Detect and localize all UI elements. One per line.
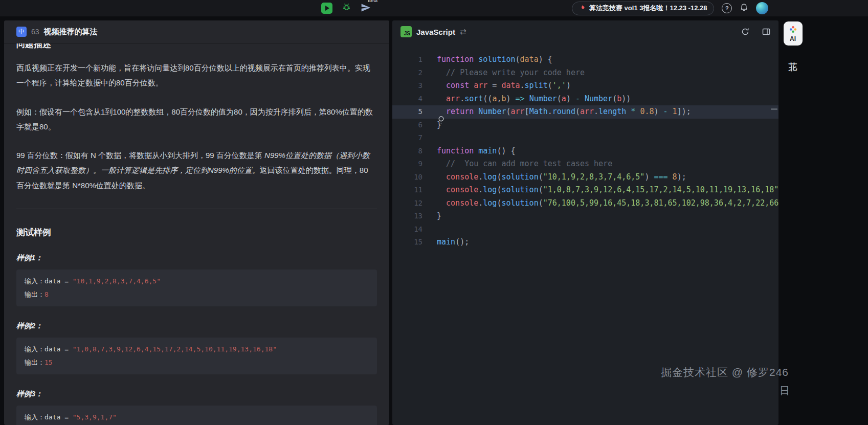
ai-label: AI (790, 36, 796, 42)
lightbulb-icon[interactable] (438, 116, 444, 126)
fire-icon (579, 4, 586, 13)
line-number: 10 (392, 171, 422, 184)
contest-banner[interactable]: 算法竞技赛 vol1 3报名啦！12.23 -12.28 (572, 2, 714, 15)
problem-paragraph: 99 百分位数：假如有 N 个数据，将数据从小到大排列，99 百分位数是第 N9… (16, 148, 377, 193)
problem-id: 63 (31, 28, 39, 36)
code-line[interactable]: 7 (392, 131, 778, 145)
javascript-icon: JS (400, 26, 412, 37)
problem-paragraph: 例如：假设有一个包含从1到100的整数数组，80百分位数的值为80，因为按升序排… (16, 104, 377, 135)
code-line[interactable]: 15main(); (392, 236, 778, 249)
problem-header: 中 63 视频推荐的算法 (4, 20, 389, 43)
code-editor[interactable]: 1function solution(data) {2 // Please wr… (392, 43, 778, 425)
question-icon: ? (725, 5, 729, 11)
avatar[interactable] (756, 2, 768, 14)
help-button[interactable]: ? (722, 3, 732, 13)
line-number: 1 (392, 53, 422, 66)
notifications-button[interactable] (740, 3, 748, 13)
code-line[interactable]: 14 (392, 223, 778, 236)
share-button[interactable]: Beta (361, 3, 371, 14)
code-line[interactable]: 11 console.log(solution("1,0,8,7,3,9,12,… (392, 184, 778, 197)
reset-code-button[interactable] (741, 28, 749, 36)
code-line[interactable]: 10 console.log(solution("10,1,9,2,8,3,7,… (392, 171, 778, 184)
sample-label: 样例3： (16, 389, 377, 399)
topbar-actions: Beta (321, 0, 371, 16)
code-line[interactable]: 12 console.log(solution("76,100,5,99,16,… (392, 197, 778, 210)
topbar: Beta 算法竞技赛 vol1 3报名啦！12.23 -12.28 ? (0, 0, 868, 16)
line-number: 6 (392, 119, 422, 132)
problem-body[interactable]: 问题描述 西瓜视频正在开发一个新功能，旨在将访问量达到80百分位数以上的视频展示… (4, 43, 389, 425)
line-number: 8 (392, 145, 422, 158)
problem-panel: 中 63 视频推荐的算法 问题描述 西瓜视频正在开发一个新功能，旨在将访问量达到… (4, 20, 389, 425)
line-number: 2 (392, 66, 422, 80)
code-lines: 1function solution(data) {2 // Please wr… (392, 53, 778, 249)
line-number: 14 (392, 223, 422, 236)
code-line[interactable]: 2 // Please write your code here (392, 66, 778, 80)
topbar-right: 算法竞技赛 vol1 3报名啦！12.23 -12.28 ? (572, 0, 768, 16)
debug-button[interactable] (342, 3, 351, 14)
overview-ruler-mark (771, 108, 777, 110)
line-number: 5 (392, 105, 422, 119)
beta-badge: Beta (368, 0, 377, 3)
paper-plane-icon (361, 3, 371, 14)
editor-header: JS JavaScript ⇄ (392, 20, 778, 43)
split-view-button[interactable] (762, 28, 770, 36)
divider (16, 209, 377, 209)
editor-panel: JS JavaScript ⇄ 1function solution(data)… (392, 20, 778, 425)
sample-label: 样例2： (16, 321, 377, 331)
line-number: 4 (392, 93, 422, 106)
problem-title: 视频推荐的算法 (44, 27, 98, 37)
code-line[interactable]: 5 return Number(arr[Math.round(arr.lengt… (392, 105, 778, 119)
line-number: 12 (392, 197, 422, 210)
code-line[interactable]: 4 arr.sort((a,b) => Number(a) - Number(b… (392, 93, 778, 106)
sample-code-block: 输入：data = "10,1,9,2,8,3,7,4,6,5" 输出：8 (16, 270, 377, 306)
switch-language-icon[interactable]: ⇄ (460, 27, 466, 36)
page: Beta 算法竞技赛 vol1 3报名啦！12.23 -12.28 ? (0, 0, 868, 425)
difficulty-badge: 中 (16, 27, 27, 37)
bell-icon (740, 3, 748, 13)
run-button[interactable] (321, 3, 332, 14)
sample-label: 样例1： (16, 253, 377, 263)
line-number: 7 (392, 131, 422, 145)
ai-assistant-button[interactable]: AI (784, 21, 803, 46)
line-number: 11 (392, 184, 422, 197)
code-line[interactable]: 9 // You can add more test cases here (392, 158, 778, 171)
line-number: 9 (392, 158, 422, 171)
line-number: 15 (392, 236, 422, 249)
code-line[interactable]: 8function main() { (392, 145, 778, 158)
code-line[interactable]: 1function solution(data) { (392, 53, 778, 66)
code-line[interactable]: 3 const arr = data.split(',') (392, 79, 778, 93)
right-toolbar: AI 苝 (782, 21, 804, 74)
section-heading-samples: 测试样例 (16, 227, 377, 238)
contest-banner-text: 算法竞技赛 vol1 3报名啦！12.23 -12.28 (589, 4, 707, 13)
problem-paragraph: 西瓜视频正在开发一个新功能，旨在将访问量达到80百分位数以上的视频展示在首页的推… (16, 60, 377, 91)
bug-icon (342, 3, 351, 14)
sample-code-block: 输入：data = "1,0,8,7,3,9,12,6,4,15,17,2,14… (16, 338, 377, 374)
code-line[interactable]: 6} (392, 119, 778, 132)
plugin-button[interactable]: 苝 (786, 61, 800, 74)
ai-flower-icon (789, 26, 797, 35)
watermark-text-2: 日 (780, 384, 790, 398)
sample-code-block: 输入：data = "5,3,9,1,7" 输出：7 (16, 406, 377, 425)
line-number: 13 (392, 210, 422, 223)
line-number: 3 (392, 79, 422, 93)
language-label: JavaScript (416, 28, 455, 36)
section-heading-description: 问题描述 (16, 43, 377, 50)
code-line[interactable]: 13} (392, 210, 778, 223)
